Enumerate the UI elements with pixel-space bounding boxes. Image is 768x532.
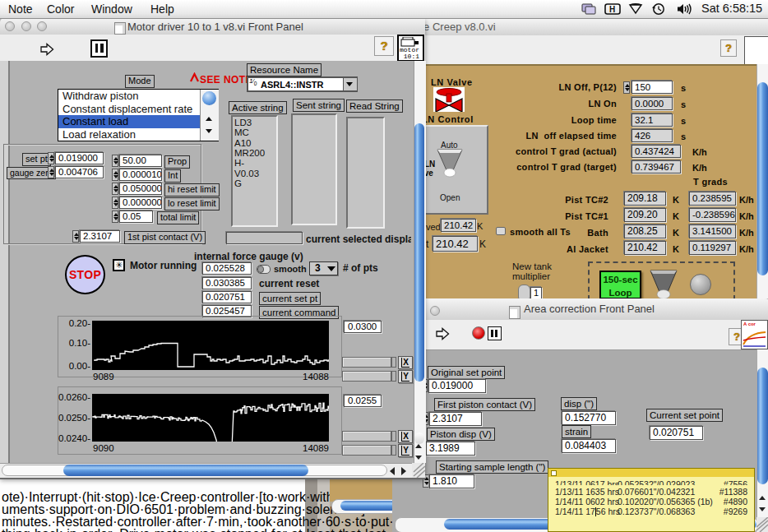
- svg-text:H: H: [609, 5, 615, 14]
